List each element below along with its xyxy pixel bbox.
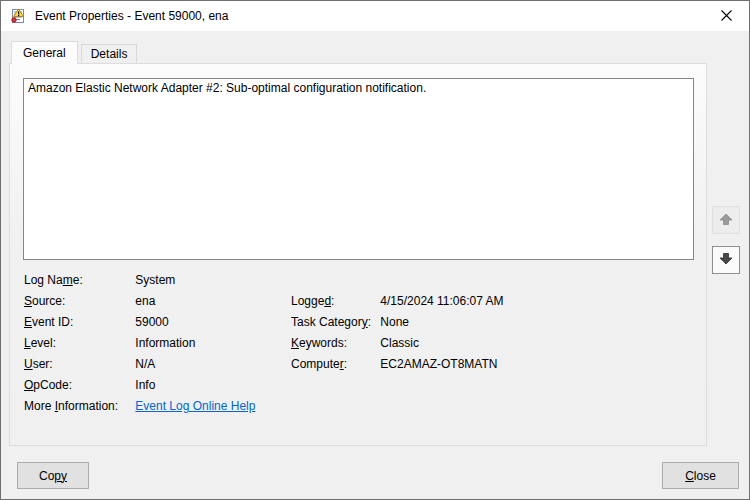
opcode-label: OpCode: [24, 375, 132, 396]
close-icon [721, 9, 732, 24]
log-name-value: System [135, 270, 175, 291]
field-row-opcode: OpCode: Info [24, 375, 255, 396]
copy-button[interactable]: Copy [17, 462, 89, 489]
field-row-logged: Logged: 4/15/2024 11:06:07 AM [291, 291, 504, 312]
field-row-source: Source: ena [24, 291, 255, 312]
previous-event-button[interactable] [712, 206, 740, 234]
user-value: N/A [135, 354, 155, 375]
tab-details[interactable]: Details [81, 44, 138, 63]
task-category-label: Task Category: [291, 312, 377, 333]
field-row-log-name: Log Name: System [24, 270, 255, 291]
window-close-button[interactable] [704, 1, 749, 31]
more-information-label: More Information: [24, 396, 132, 417]
event-message-text: Amazon Elastic Network Adapter #2: Sub-o… [28, 81, 426, 95]
field-row-computer: Computer: EC2AMAZ-OT8MATN [291, 354, 504, 375]
fields-left-column: Log Name: System Source: ena Event ID: 5… [24, 270, 255, 417]
window-title: Event Properties - Event 59000, ena [35, 9, 228, 23]
tab-general[interactable]: General [11, 41, 78, 64]
log-name-label: Log Name: [24, 270, 132, 291]
keywords-label: Keywords: [291, 333, 377, 354]
event-log-online-help-link[interactable]: Event Log Online Help [135, 399, 255, 413]
close-button[interactable]: Close [662, 462, 739, 489]
event-id-value: 59000 [135, 312, 168, 333]
field-row-more-information: More Information: Event Log Online Help [24, 396, 255, 417]
event-log-icon [10, 8, 26, 24]
computer-label: Computer: [291, 354, 377, 375]
general-tab-page: Amazon Elastic Network Adapter #2: Sub-o… [9, 63, 707, 446]
next-event-button[interactable] [712, 246, 740, 274]
logged-label: Logged: [291, 291, 377, 312]
copy-button-label: Copy [39, 469, 67, 483]
field-row-event-id: Event ID: 59000 [24, 312, 255, 333]
close-button-label: Close [685, 469, 716, 483]
task-category-value: None [380, 312, 409, 333]
field-row-task-category: Task Category: None [291, 312, 504, 333]
field-row-level: Level: Information [24, 333, 255, 354]
source-label: Source: [24, 291, 132, 312]
level-label: Level: [24, 333, 132, 354]
tab-general-label: General [23, 46, 66, 60]
keywords-value: Classic [380, 333, 419, 354]
source-value: ena [135, 291, 155, 312]
logged-value: 4/15/2024 11:06:07 AM [380, 291, 503, 312]
opcode-value: Info [135, 375, 155, 396]
event-properties-dialog: Event Properties - Event 59000, ena Gene… [0, 0, 750, 500]
field-row-keywords: Keywords: Classic [291, 333, 504, 354]
event-message-box[interactable]: Amazon Elastic Network Adapter #2: Sub-o… [23, 78, 694, 260]
event-id-label: Event ID: [24, 312, 132, 333]
level-value: Information [135, 333, 195, 354]
tab-strip: General Details [11, 41, 137, 64]
computer-value: EC2AMAZ-OT8MATN [380, 354, 497, 375]
fields-right-column: Logged: 4/15/2024 11:06:07 AM Task Categ… [291, 291, 504, 375]
tab-details-label: Details [91, 47, 128, 61]
field-row-user: User: N/A [24, 354, 255, 375]
title-bar: Event Properties - Event 59000, ena [1, 1, 749, 31]
up-arrow-icon [718, 211, 734, 230]
down-arrow-icon [718, 251, 734, 270]
user-label: User: [24, 354, 132, 375]
